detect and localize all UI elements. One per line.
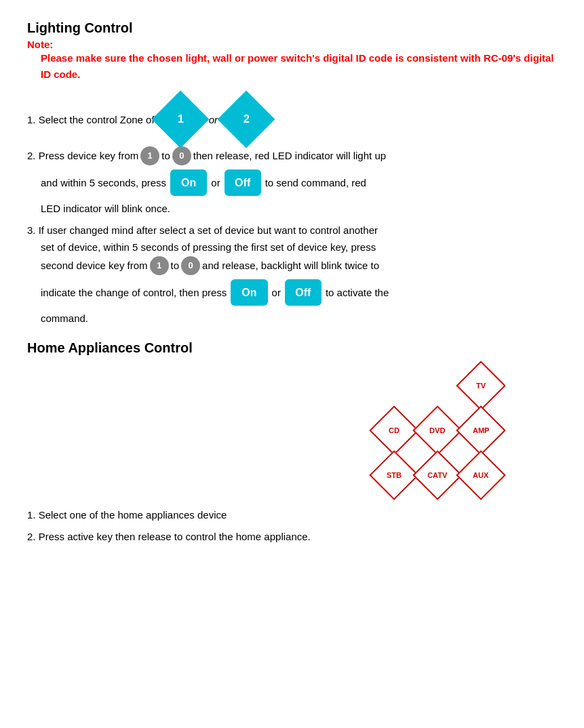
cd-button[interactable]: CD: [376, 413, 412, 448]
zone1-number: 1: [177, 113, 183, 125]
step3-line2: set of device, within 5 seconds of press…: [41, 239, 557, 256]
ha-step2: 2. Press active key then release to cont…: [27, 528, 557, 546]
catv-button[interactable]: CATV: [420, 458, 455, 493]
step2-prefix: 2. Press device key from: [27, 147, 138, 165]
stb-label: STB: [387, 471, 402, 479]
step2b-prefix: and within 5 seconds, press: [41, 174, 166, 192]
zone2-number: 2: [244, 113, 250, 125]
aux-button[interactable]: AUX: [463, 458, 499, 493]
step1-row: 1. Select the control Zone of 1 or 2: [27, 96, 557, 142]
home-appliances-section: Home Appliances Control TV CD DVD: [27, 340, 557, 545]
step2b-or: or: [211, 174, 220, 192]
circle-key-0[interactable]: 0: [172, 146, 191, 165]
aux-label: AUX: [473, 471, 488, 479]
step2b-suffix: to send command, red: [265, 174, 366, 192]
step3-line4-prefix: indicate the change of control, then pre…: [41, 284, 227, 302]
amp-button[interactable]: AMP: [463, 413, 499, 448]
step2-suffix: then release, red LED indicator will lig…: [193, 147, 386, 165]
step3-line1: 3. If user changed mind after select a s…: [27, 222, 557, 239]
circle-key-1[interactable]: 1: [140, 146, 159, 165]
tv-label: TV: [476, 382, 486, 390]
step1-prefix: 1. Select the control Zone of: [27, 114, 155, 125]
zone2-diamond[interactable]: 2: [226, 99, 267, 140]
section2-title: Home Appliances Control: [27, 340, 557, 356]
page-title: Lighting Control: [27, 20, 557, 36]
step3-line3-to: to: [171, 257, 180, 275]
tv-button[interactable]: TV: [463, 368, 499, 403]
step1-or: or: [209, 114, 218, 125]
note-label: Note:: [27, 39, 53, 50]
off-button-2[interactable]: Off: [285, 279, 322, 306]
amp-label: AMP: [473, 426, 489, 434]
step2c-text: LED indicator will blink once.: [41, 200, 557, 218]
on-button-2[interactable]: On: [231, 279, 267, 306]
step3-line3-prefix: second device key from: [41, 257, 148, 275]
catv-label: CATV: [427, 471, 447, 479]
circle-key-0b[interactable]: 0: [181, 256, 200, 275]
zone1-diamond[interactable]: 1: [160, 99, 201, 140]
step3-line3-suffix: and release, backlight will blink twice …: [202, 257, 379, 275]
stb-button[interactable]: STB: [376, 458, 412, 493]
cd-label: CD: [389, 426, 400, 434]
step3-line5: command.: [41, 310, 557, 327]
step3-line4-suffix: to activate the: [326, 284, 389, 302]
dvd-label: DVD: [429, 426, 445, 434]
off-button-1[interactable]: Off: [225, 169, 261, 196]
step3-block: 3. If user changed mind after select a s…: [27, 222, 557, 327]
on-button-1[interactable]: On: [170, 169, 207, 196]
ha-step1: 1. Select one of the home appliances dev…: [27, 506, 557, 524]
step2-row: 2. Press device key from 1 to 0 then rel…: [27, 146, 557, 218]
dvd-button[interactable]: DVD: [420, 413, 455, 448]
circle-key-1b[interactable]: 1: [150, 256, 169, 275]
step3-line4-or: or: [272, 284, 281, 302]
step2-to: to: [161, 147, 170, 165]
note-text: Please make sure the chosen light, wall …: [41, 50, 557, 83]
